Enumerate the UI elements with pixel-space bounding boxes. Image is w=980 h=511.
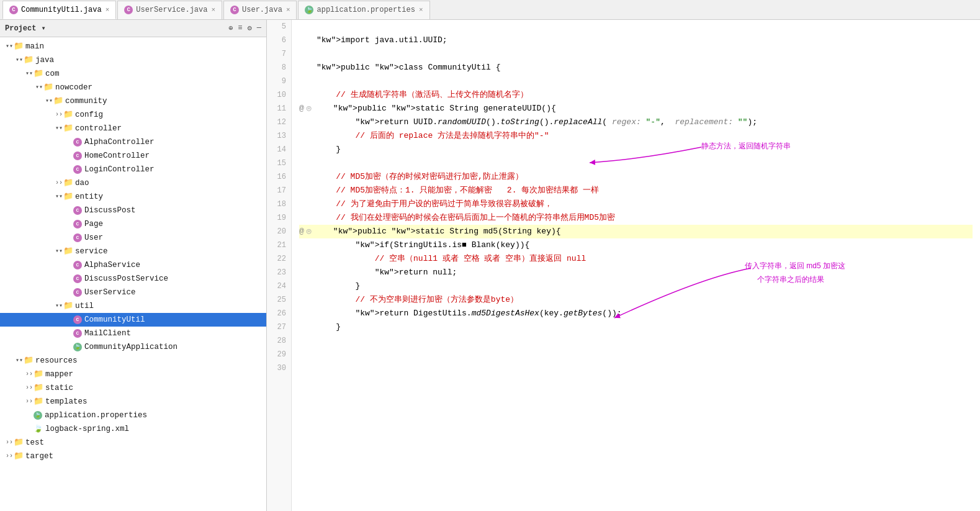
tree-item-user[interactable]: CUser: [0, 231, 266, 245]
tree-toggle[interactable]: ›: [55, 109, 63, 121]
tree-toggle[interactable]: ›: [25, 396, 34, 408]
file-icon-class: C: [73, 206, 82, 215]
code-line: "kw">return null;: [299, 266, 973, 279]
tree-item-dao[interactable]: ›📁dao: [0, 176, 266, 190]
tab-communityutil[interactable]: CCommunityUtil.java×: [2, 1, 116, 19]
tree-item-page[interactable]: CPage: [0, 217, 266, 231]
tree-toggle[interactable]: ▾: [15, 355, 24, 367]
tree-item-test[interactable]: ›📁test: [0, 436, 266, 450]
tab-icon-appprops: 🍃: [305, 6, 313, 14]
tree-toggle[interactable]: ▾: [25, 68, 34, 80]
tree-item-controller[interactable]: ▾📁controller: [0, 122, 266, 135]
tab-close-communityutil[interactable]: ×: [106, 6, 110, 14]
tree-item-mailclient[interactable]: CMailClient: [0, 327, 266, 340]
tree-item-alphaservice[interactable]: CAlphaService: [0, 258, 266, 272]
folder-icon: 📁: [14, 436, 24, 449]
tree-toggle[interactable]: ›: [55, 177, 63, 189]
tree-toggle[interactable]: ›: [25, 368, 34, 381]
collapse-icon[interactable]: —: [257, 24, 261, 33]
line-number: 17: [272, 184, 286, 197]
file-icon-class: C: [73, 220, 82, 228]
tree-label: resources: [35, 355, 78, 367]
tree-item-util[interactable]: ▾📁util: [0, 299, 266, 313]
tree-toggle[interactable]: ▾: [55, 300, 63, 312]
tree-item-static[interactable]: ›📁static: [0, 381, 266, 395]
line-number: 20: [272, 225, 286, 238]
folder-icon: 📁: [34, 68, 43, 80]
tab-userservice[interactable]: CUserService.java×: [117, 1, 222, 19]
tab-close-userservice[interactable]: ×: [211, 6, 215, 14]
tab-appprops[interactable]: 🍃application.properties×: [298, 1, 429, 19]
locate-icon[interactable]: ⊕: [228, 24, 233, 33]
tree-item-mapper[interactable]: ›📁mapper: [0, 368, 266, 381]
annotation-marker: @: [299, 227, 304, 236]
tree-label: UserService: [84, 286, 136, 299]
tree-item-homecontroller[interactable]: CHomeController: [0, 149, 266, 163]
folder-icon: 📁: [63, 109, 73, 121]
line-numbers: 5678910111213141516171819202122232425262…: [267, 20, 292, 511]
folder-icon: 📁: [14, 450, 24, 463]
file-icon-class: C: [73, 261, 82, 269]
tab-icon-userservice: C: [124, 6, 133, 14]
tree-item-communityutil[interactable]: CCommunityUtil: [0, 313, 266, 327]
tree-item-com[interactable]: ▾📁com: [0, 67, 266, 81]
tree-item-alphacontroller[interactable]: CAlphaController: [0, 135, 266, 149]
tree-toggle[interactable]: ›: [25, 382, 34, 394]
code-line: }: [299, 279, 973, 293]
sort-icon[interactable]: ≡: [238, 24, 242, 33]
line-number: 24: [272, 279, 286, 293]
tree-toggle[interactable]: ▾: [45, 95, 53, 107]
tree-item-application.properties[interactable]: 🍃application.properties: [0, 409, 266, 422]
folder-icon: 📁: [24, 355, 34, 367]
tree-item-config[interactable]: ›📁config: [0, 108, 266, 122]
code-line: }: [299, 143, 973, 156]
tree-toggle[interactable]: ›: [5, 450, 14, 463]
code-line: // 我们在处理密码的时候会在密码后面加上一个随机的字符串然后用MD5加密: [299, 211, 973, 225]
folder-icon: 📁: [63, 300, 73, 312]
tree-toggle[interactable]: ▾: [55, 245, 63, 258]
code-line: [299, 47, 973, 61]
tree-item-resources[interactable]: ▾📁resources: [0, 354, 266, 368]
tab-close-appprops[interactable]: ×: [419, 6, 423, 14]
tree-item-service[interactable]: ▾📁service: [0, 245, 266, 258]
tree-item-main[interactable]: ▾📁main: [0, 40, 266, 53]
tree-label: CommunityApplication: [84, 341, 178, 353]
tree-toggle[interactable]: ›: [5, 436, 14, 449]
tree-item-target[interactable]: ›📁target: [0, 450, 266, 463]
tree-item-discusspost[interactable]: CDiscussPost: [0, 204, 266, 217]
tree-item-templates[interactable]: ›📁templates: [0, 395, 266, 409]
tree-item-discusspostservice[interactable]: CDiscussPostService: [0, 272, 266, 286]
tab-user[interactable]: CUser.java×: [223, 1, 297, 19]
tree-toggle[interactable]: ▾: [15, 54, 24, 66]
folder-icon: 📁: [34, 368, 43, 381]
tree-toggle[interactable]: ▾: [35, 81, 43, 94]
code-scroll[interactable]: 5678910111213141516171819202122232425262…: [267, 20, 980, 511]
tree-toggle[interactable]: ▾: [55, 191, 63, 203]
tree-item-java[interactable]: ▾📁java: [0, 53, 266, 67]
file-icon-res: 🍃: [73, 343, 82, 351]
tab-close-user[interactable]: ×: [286, 6, 290, 14]
project-dropdown-icon[interactable]: ▾: [41, 24, 45, 33]
tree-label: templates: [45, 396, 88, 408]
file-icon-class: C: [73, 165, 82, 174]
tree-item-logback-spring.xml[interactable]: 🍃logback-spring.xml: [0, 422, 266, 436]
tree-item-nowcoder[interactable]: ▾📁nowcoder: [0, 81, 266, 94]
settings-icon[interactable]: ⚙: [248, 24, 252, 33]
tree-item-community[interactable]: ▾📁community: [0, 94, 266, 108]
line-number: 15: [272, 156, 286, 170]
line-number: 25: [272, 293, 286, 307]
code-content[interactable]: "kw">import java.util.UUID;"kw">public "…: [292, 20, 980, 511]
file-icon-class: C: [73, 138, 82, 147]
tree-item-entity[interactable]: ▾📁entity: [0, 190, 266, 204]
line-number: 10: [272, 88, 286, 102]
tree-label: main: [25, 40, 44, 53]
tree-label: entity: [75, 191, 103, 203]
file-tree: ▾📁main▾📁java▾📁com▾📁nowcoder▾📁community›📁…: [0, 37, 266, 511]
tree-item-logincontroller[interactable]: CLoginController: [0, 163, 266, 176]
tree-toggle[interactable]: ▾: [5, 40, 14, 53]
line-number: 22: [272, 252, 286, 266]
tree-toggle[interactable]: ▾: [55, 122, 63, 135]
tree-item-userservice[interactable]: CUserService: [0, 286, 266, 299]
tree-item-communityapplication[interactable]: 🍃CommunityApplication: [0, 340, 266, 354]
main-layout: Project ▾ ⊕ ≡ ⚙ — ▾📁main▾📁java▾📁com▾📁now…: [0, 20, 980, 511]
